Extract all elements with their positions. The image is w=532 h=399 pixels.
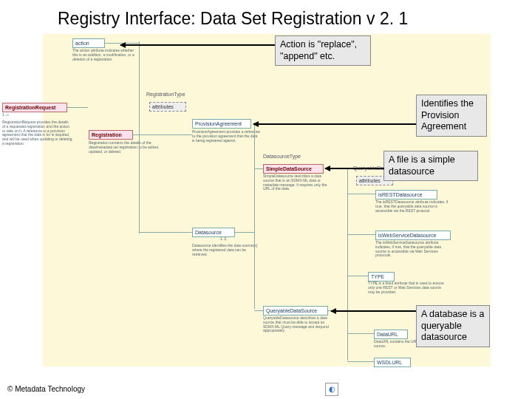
- callout-database: A database is a queryable datasource: [416, 305, 490, 347]
- desc-type: TYPE is a fixed attribute that is used t…: [368, 282, 446, 294]
- desc-registration-request: RegistrationRequest provides the details…: [2, 120, 72, 146]
- callout-file: A file is a simple datasource: [383, 151, 478, 181]
- node-simple-datasource: SimpleDataSource: [263, 164, 324, 174]
- node-action: action: [72, 38, 105, 48]
- desc-action: The action attribute indicates whether t…: [72, 49, 140, 61]
- node-rest: isRESTDatasource: [375, 190, 437, 200]
- node-wsdlurl: WSDLURL: [374, 358, 411, 367]
- footer-logo-icon: ◐: [325, 383, 338, 396]
- node-attributes: attributes: [149, 102, 186, 112]
- card-registration-request: 1..∞: [2, 113, 69, 117]
- arrow-action: [120, 44, 275, 46]
- callout-provision: Identifies the Provision Agreement: [416, 95, 487, 137]
- desc-registration: Registration contains the details of the…: [89, 141, 163, 154]
- label-datasource-type: DatasourceType: [263, 154, 301, 159]
- callout-action: Action is "replace", "append" etc.: [275, 35, 371, 66]
- label-registration-type: RegistrationType: [146, 92, 185, 97]
- node-ws: isWebServiceDatasource: [375, 231, 451, 240]
- desc-rest: The isRESTDatasource attribute indicates…: [375, 200, 451, 213]
- footer-copyright: © Metadata Technology: [7, 385, 85, 393]
- arrow-provision: [253, 123, 416, 125]
- node-registration-request: RegistrationRequest: [2, 103, 67, 112]
- node-datasource: Datasource: [192, 228, 235, 237]
- arrow-file: [325, 168, 384, 169]
- card-datasource: 1..2: [220, 237, 287, 242]
- desc-queryable-datasource: QueryableDatasource describes a data sou…: [263, 316, 337, 333]
- node-dataurl: DataURL: [374, 330, 408, 339]
- node-queryable-datasource: QueryableDataSource: [263, 306, 328, 316]
- desc-datasource: Datasource identifies the data source(s)…: [192, 244, 260, 256]
- node-provision-agreement: ProvisionAgreement: [192, 119, 251, 129]
- node-registration: Registration: [89, 130, 133, 140]
- desc-simple-datasource: SimpleDatasource describes a data source…: [263, 174, 333, 191]
- page-title: Registry Interface: Data Set Registratio…: [58, 9, 408, 29]
- arrow-database: [331, 310, 416, 312]
- desc-ws: The isWebServiceDatasource attribute ind…: [375, 241, 453, 258]
- desc-provision-agreement: ProvisionAgreement provides a reference …: [192, 130, 260, 143]
